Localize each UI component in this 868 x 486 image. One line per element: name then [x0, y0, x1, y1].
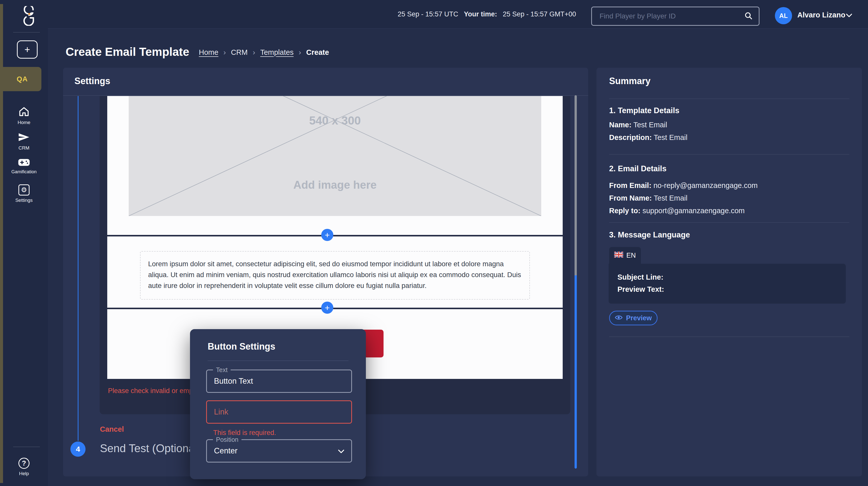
summary-divider [609, 337, 849, 337]
environment-badge[interactable]: QA [3, 67, 41, 91]
summary-section-title: 2. Email Details [609, 164, 666, 173]
summary-panel-title: Summary [609, 76, 651, 86]
summary-row-value: support@gamanzaengage.com [643, 207, 745, 215]
utc-time: 25 Sep - 15:57 UTC [398, 10, 458, 18]
sidebar-item-crm[interactable]: CRM [0, 132, 48, 151]
placeholder-cta-label[interactable]: Add image here [129, 179, 541, 191]
summary-row-value: Test Email [654, 133, 688, 141]
link-required-error: This field is required. [213, 429, 276, 437]
sidebar-item-home[interactable]: Home [0, 106, 48, 125]
stepper-connector [78, 96, 79, 441]
summary-row-label: Description: [609, 133, 652, 141]
clock-display: 25 Sep - 15:57 UTC Your time: 25 Sep - 1… [398, 10, 576, 18]
breadcrumb: Home › CRM › Templates › Create [199, 48, 329, 57]
preview-text-label: Preview Text: [617, 283, 846, 295]
summary-row-value: no-reply@gamanzaengage.com [653, 181, 758, 190]
summary-row-label: Reply to: [609, 207, 641, 215]
button-settings-popup: Button Settings Text This field is requi… [190, 329, 366, 479]
preview-button[interactable]: Preview [609, 311, 657, 325]
popup-title: Button Settings [208, 341, 275, 352]
summary-row: Name: Test Email [609, 121, 667, 129]
validation-banner: Please check invalid or empty [108, 387, 198, 395]
add-block-button[interactable]: + [321, 302, 333, 314]
sidebar-item-label: CRM [19, 145, 29, 151]
summary-row: From Email: no-reply@gamanzaengage.com [609, 181, 758, 190]
your-time-label: Your time: [464, 10, 497, 18]
avatar[interactable]: AL [775, 7, 792, 24]
summary-row: Description: Test Email [609, 133, 688, 142]
language-preview-box: Subject Line: Preview Text: [609, 264, 846, 304]
gamepad-icon [18, 159, 30, 167]
image-placeholder[interactable]: 540 x 300 Add image here [129, 96, 541, 216]
help-icon: ? [19, 458, 30, 469]
breadcrumb-templates[interactable]: Templates [260, 48, 293, 57]
sidebar-item-label: Help [19, 471, 29, 477]
search-icon[interactable] [744, 11, 753, 21]
sidebar: + QA Home CRM Gamif [0, 0, 48, 486]
environment-strip [0, 4, 3, 483]
sidebar-add-button[interactable]: + [17, 40, 38, 59]
language-code: EN [626, 252, 636, 259]
summary-divider [609, 98, 849, 99]
button-position-field-label: Position [213, 436, 242, 443]
cancel-button[interactable]: Cancel [100, 425, 124, 433]
sidebar-item-settings[interactable]: ⚙ Settings [0, 184, 48, 203]
eye-icon [615, 314, 622, 322]
summary-row-value: Test Email [633, 121, 667, 129]
sidebar-divider [13, 32, 40, 33]
user-name[interactable]: Alvaro Lizano [797, 11, 845, 19]
chevron-right-icon: › [223, 48, 226, 57]
send-icon [18, 132, 30, 143]
local-time: 25 Sep - 15:57 GMT+00 [503, 10, 576, 18]
button-text-field-label: Text [213, 366, 230, 374]
placeholder-size-label: 540 x 300 [129, 114, 541, 127]
summary-section-title: 1. Template Details [609, 106, 680, 115]
button-text-field[interactable]: Text [206, 370, 352, 393]
language-section-title: 3. Message Language [609, 230, 690, 239]
chevron-right-icon: › [299, 48, 301, 57]
app-window: + QA Home CRM Gamif [0, 0, 868, 486]
chevron-down-icon[interactable] [338, 449, 345, 455]
chevron-down-icon[interactable] [846, 13, 852, 19]
subject-line-label: Subject Line: [617, 271, 846, 283]
step-heading: Send Test (Optional) [100, 442, 201, 455]
settings-panel-title: Settings [74, 76, 110, 86]
sidebar-item-label: Gamification [11, 169, 37, 175]
email-text-block[interactable]: Lorem ipsum dolor sit amet, consectetur … [107, 236, 563, 308]
language-tab-en[interactable]: EN [609, 247, 641, 264]
sidebar-divider [13, 447, 40, 447]
search-input[interactable] [599, 12, 744, 21]
sidebar-item-label: Settings [16, 198, 33, 203]
summary-row-label: From Name: [609, 194, 652, 202]
player-search[interactable] [591, 6, 760, 26]
chevron-right-icon: › [253, 48, 255, 57]
page-title: Create Email Template [66, 45, 189, 59]
breadcrumb-crm[interactable]: CRM [231, 48, 248, 57]
add-block-button[interactable]: + [321, 229, 333, 241]
uk-flag-icon [614, 252, 623, 259]
gear-icon: ⚙ [19, 184, 30, 196]
email-image-block[interactable]: 540 x 300 Add image here [107, 96, 563, 235]
button-link-input[interactable] [207, 401, 351, 423]
summary-row: From Name: Test Email [609, 194, 688, 202]
button-position-field[interactable]: Position [206, 439, 352, 462]
sidebar-item-label: Home [18, 120, 31, 125]
summary-divider [609, 154, 849, 154]
sidebar-item-gamification[interactable]: Gamification [0, 159, 48, 175]
editor-scrollbar-track[interactable] [575, 95, 577, 275]
button-link-field[interactable] [206, 400, 352, 424]
breadcrumb-home[interactable]: Home [199, 48, 218, 57]
brand-logo-icon [22, 6, 36, 27]
editor-scrollbar-thumb[interactable] [575, 275, 577, 468]
step-number-badge: 4 [70, 441, 86, 457]
summary-row: Reply to: support@gamanzaengage.com [609, 207, 745, 215]
summary-row-value: Test Email [654, 194, 688, 202]
summary-row-label: From Email: [609, 181, 651, 190]
preview-button-label: Preview [626, 314, 652, 322]
summary-row-label: Name: [609, 121, 631, 129]
email-body-text[interactable]: Lorem ipsum dolor sit amet, consectetur … [140, 251, 530, 299]
settings-divider [63, 95, 588, 96]
sidebar-item-help[interactable]: ? Help [0, 458, 48, 477]
breadcrumb-create: Create [306, 48, 329, 57]
home-icon [19, 106, 30, 118]
